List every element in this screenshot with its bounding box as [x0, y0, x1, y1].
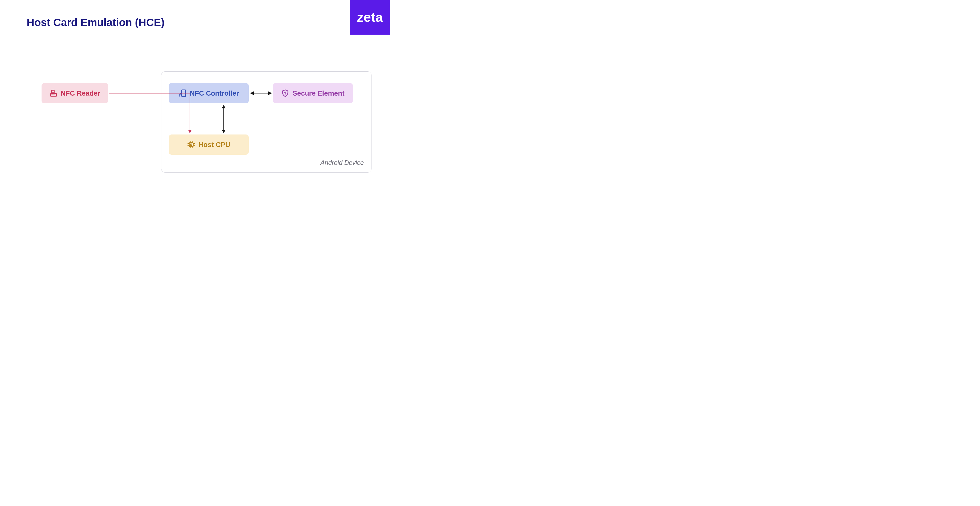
cpu-chip-icon [187, 141, 195, 149]
page-title: Host Card Emulation (HCE) [27, 16, 165, 29]
node-nfc-reader-label: NFC Reader [61, 89, 100, 97]
svg-rect-0 [50, 94, 56, 96]
android-device-label: Android Device [320, 159, 364, 167]
svg-rect-1 [51, 90, 54, 92]
diagram-canvas: Host Card Emulation (HCE) zeta Android D… [0, 0, 409, 211]
cash-register-icon [49, 89, 57, 97]
node-host-cpu-label: Host CPU [199, 141, 231, 149]
node-secure-element: Secure Element [273, 83, 353, 103]
shield-lock-icon [281, 89, 289, 97]
svg-rect-4 [189, 143, 193, 147]
svg-rect-2 [181, 90, 186, 97]
phone-nfc-icon [179, 89, 187, 97]
svg-rect-5 [191, 144, 192, 145]
node-nfc-controller-label: NFC Controller [190, 89, 239, 97]
brand-logo: zeta [350, 0, 390, 35]
node-host-cpu: Host CPU [169, 135, 249, 155]
node-nfc-controller: NFC Controller [169, 83, 249, 103]
brand-logo-text: zeta [357, 10, 383, 25]
node-nfc-reader: NFC Reader [41, 83, 108, 103]
node-secure-element-label: Secure Element [293, 89, 344, 97]
